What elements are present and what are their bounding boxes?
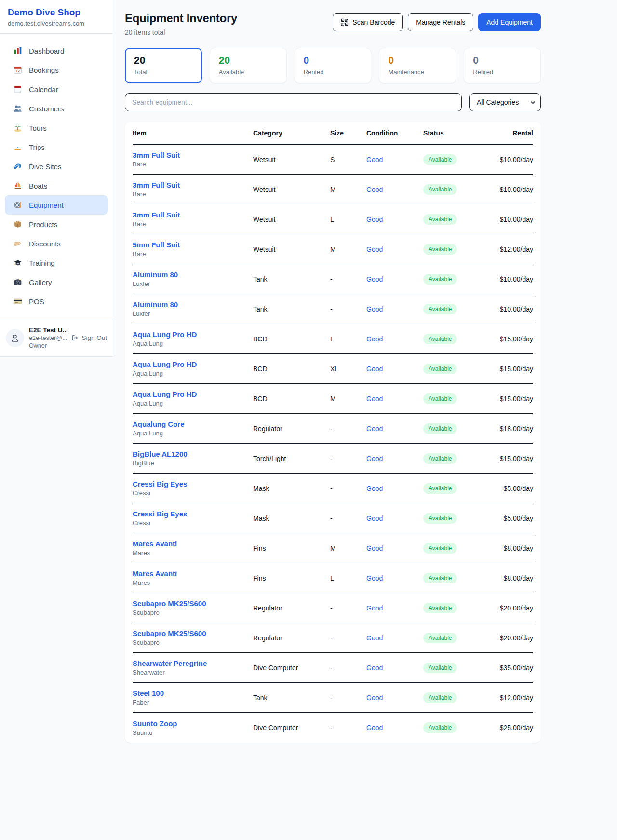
status-badge: Available — [423, 274, 457, 285]
search-input[interactable] — [125, 93, 462, 111]
sidebar-item-calendar[interactable]: Calendar — [5, 80, 108, 99]
condition-cell[interactable]: Good — [366, 186, 423, 193]
condition-cell[interactable]: Good — [366, 425, 423, 433]
dive-mask-icon — [13, 201, 22, 209]
sidebar-item-discounts[interactable]: Discounts — [5, 234, 108, 253]
sidebar-item-customers[interactable]: Customers — [5, 99, 108, 118]
sailboat-icon — [13, 181, 22, 190]
table-row: Aqua Lung Pro HD Aqua Lung BCD L Good Av… — [133, 324, 533, 354]
category-filter-select[interactable]: All Categories — [469, 93, 541, 111]
condition-cell[interactable]: Good — [366, 515, 423, 522]
sign-out-button[interactable]: Sign Out — [71, 334, 107, 341]
item-brand: Aqua Lung — [133, 370, 253, 377]
item-link[interactable]: Scubapro MK25/S600 — [133, 599, 253, 608]
table-row: Cressi Big Eyes Cressi Mask - Good Avail… — [133, 503, 533, 533]
stat-card-rented[interactable]: 0Rented — [295, 48, 372, 83]
size-cell: - — [330, 604, 366, 612]
size-cell: L — [330, 216, 366, 223]
status-badge: Available — [423, 364, 457, 374]
condition-cell[interactable]: Good — [366, 544, 423, 552]
item-cell: Cressi Big Eyes Cressi — [133, 510, 253, 527]
sidebar-item-bookings[interactable]: 17Bookings — [5, 60, 108, 80]
item-link[interactable]: Shearwater Peregrine — [133, 659, 253, 667]
item-link[interactable]: Mares Avanti — [133, 540, 253, 548]
item-link[interactable]: Aqua Lung Pro HD — [133, 390, 253, 398]
status-badge: Available — [423, 483, 457, 494]
condition-cell[interactable]: Good — [366, 455, 423, 462]
add-equipment-button[interactable]: Add Equipment — [478, 13, 541, 31]
stat-card-retired[interactable]: 0Retired — [464, 48, 541, 83]
condition-cell[interactable]: Good — [366, 216, 423, 223]
item-cell: Mares Avanti Mares — [133, 540, 253, 556]
sidebar-item-tours[interactable]: Tours — [5, 118, 108, 137]
item-link[interactable]: 5mm Full Suit — [133, 241, 253, 249]
item-link[interactable]: Mares Avanti — [133, 569, 253, 578]
item-link[interactable]: Aqualung Core — [133, 420, 253, 428]
sidebar-item-gallery[interactable]: Gallery — [5, 272, 108, 292]
brand-domain: demo.test.divestreams.com — [8, 20, 105, 27]
item-link[interactable]: 3mm Full Suit — [133, 181, 253, 189]
condition-cell[interactable]: Good — [366, 365, 423, 373]
condition-cell[interactable]: Good — [366, 724, 423, 732]
item-link[interactable]: Steel 100 — [133, 689, 253, 697]
item-link[interactable]: Aluminum 80 — [133, 271, 253, 279]
item-link[interactable]: Aluminum 80 — [133, 300, 253, 309]
stat-card-total[interactable]: 20Total — [125, 48, 202, 83]
condition-cell[interactable]: Good — [366, 694, 423, 702]
condition-cell[interactable]: Good — [366, 574, 423, 582]
status-cell: Available — [423, 244, 485, 255]
condition-cell[interactable]: Good — [366, 275, 423, 283]
item-brand: Mares — [133, 549, 253, 556]
sidebar-item-boats[interactable]: Boats — [5, 176, 108, 195]
sidebar-item-dive-sites[interactable]: Dive Sites — [5, 157, 108, 176]
condition-cell[interactable]: Good — [366, 156, 423, 163]
item-link[interactable]: Cressi Big Eyes — [133, 510, 253, 518]
scan-barcode-button[interactable]: Scan Barcode — [333, 13, 403, 31]
sidebar-item-training[interactable]: Training — [5, 253, 108, 272]
size-cell: L — [330, 574, 366, 582]
condition-cell[interactable]: Good — [366, 664, 423, 672]
table-row: Steel 100 Faber Tank - Good Available $1… — [133, 683, 533, 713]
manage-rentals-button[interactable]: Manage Rentals — [408, 13, 473, 31]
stat-value: 0 — [388, 54, 447, 66]
stat-card-available[interactable]: 20Available — [210, 48, 287, 83]
table-row: Aqua Lung Pro HD Aqua Lung BCD M Good Av… — [133, 384, 533, 414]
size-cell: - — [330, 305, 366, 313]
condition-cell[interactable]: Good — [366, 245, 423, 253]
item-link[interactable]: Scubapro MK25/S600 — [133, 629, 253, 637]
category-cell: Tank — [253, 305, 330, 313]
item-link[interactable]: Aqua Lung Pro HD — [133, 360, 253, 368]
rental-cell: $12.00/day — [485, 694, 533, 702]
item-brand: Scubapro — [133, 639, 253, 646]
sidebar-item-equipment[interactable]: Equipment — [5, 195, 108, 215]
sidebar-item-label: Equipment — [29, 201, 64, 209]
item-link[interactable]: BigBlue AL1200 — [133, 450, 253, 458]
item-link[interactable]: Aqua Lung Pro HD — [133, 330, 253, 339]
condition-cell[interactable]: Good — [366, 604, 423, 612]
sidebar-item-pos[interactable]: POS — [5, 292, 108, 311]
status-badge: Available — [423, 573, 457, 583]
condition-cell[interactable]: Good — [366, 305, 423, 313]
item-brand: Cressi — [133, 519, 253, 527]
item-cell: Scubapro MK25/S600 Scubapro — [133, 599, 253, 616]
wave-icon — [13, 162, 22, 171]
category-cell: Wetsuit — [253, 186, 330, 193]
item-link[interactable]: Cressi Big Eyes — [133, 480, 253, 488]
item-link[interactable]: 3mm Full Suit — [133, 211, 253, 219]
item-link[interactable]: Suunto Zoop — [133, 719, 253, 728]
brand-name[interactable]: Demo Dive Shop — [8, 7, 105, 18]
condition-cell[interactable]: Good — [366, 634, 423, 642]
category-cell: Dive Computer — [253, 724, 330, 732]
sidebar-item-trips[interactable]: Trips — [5, 137, 108, 157]
sidebar-item-dashboard[interactable]: Dashboard — [5, 41, 108, 60]
condition-cell[interactable]: Good — [366, 335, 423, 343]
size-cell: - — [330, 694, 366, 702]
item-brand: Aqua Lung — [133, 400, 253, 407]
stat-card-maintenance[interactable]: 0Maintenance — [379, 48, 456, 83]
condition-cell[interactable]: Good — [366, 485, 423, 492]
condition-cell[interactable]: Good — [366, 395, 423, 403]
status-badge: Available — [423, 154, 457, 165]
sidebar-item-products[interactable]: Products — [5, 215, 108, 234]
category-cell: Tank — [253, 275, 330, 283]
item-link[interactable]: 3mm Full Suit — [133, 151, 253, 159]
